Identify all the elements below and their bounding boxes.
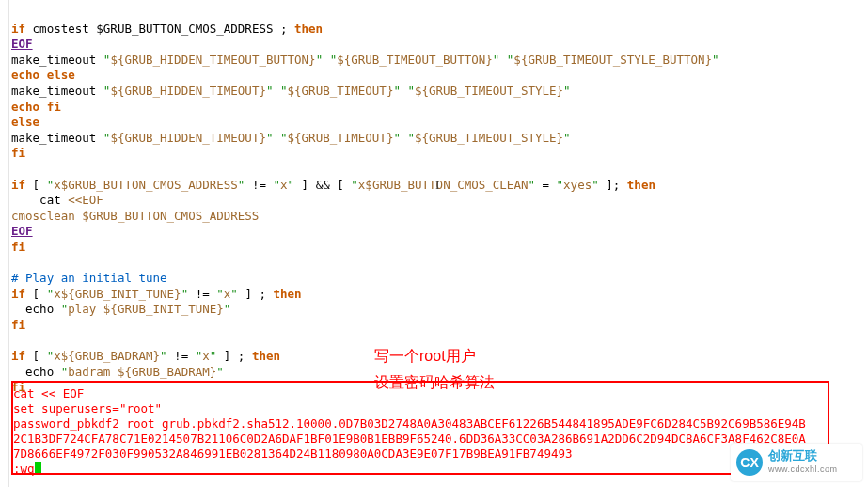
code-line: if [ "x${GRUB_INIT_TUNE}" != "x" ] ; the… [11, 287, 302, 301]
annotation-text: 写一个root用户 [374, 349, 476, 365]
code-line: echo "badram ${GRUB_BADRAM}" [11, 365, 224, 379]
annotation-text: 设置密码哈希算法 [374, 375, 495, 391]
comment-line: # Play an initial tune [11, 271, 167, 285]
code-line: fi [11, 240, 25, 254]
code-line: make_timeout "${GRUB_HIDDEN_TIMEOUT}" "$… [11, 84, 571, 98]
code-line: if [ "x${GRUB_BADRAM}" != "x" ] ; then [11, 349, 280, 363]
appended-line[interactable]: set superusers="root" [13, 401, 162, 417]
code-line: fi [11, 318, 25, 332]
kw-if: if [11, 287, 25, 301]
kw-then: then [274, 287, 302, 301]
vim-command-line[interactable]: :wq [13, 462, 41, 478]
logo-text-url: www.cdcxhl.com [768, 463, 838, 476]
logo-glyph: CX [736, 449, 763, 476]
heredoc-body: cmosclean $GRUB_BUTTON_CMOS_ADDRESS [11, 209, 259, 223]
kw-echo: echo [11, 100, 39, 114]
kw-fi: fi [11, 318, 25, 332]
code-line: fi [11, 146, 25, 160]
appended-line[interactable]: cat << EOF [13, 386, 84, 402]
appended-line[interactable]: password_pbkdf2 root grub.pbkdf2.sha512.… [13, 416, 826, 432]
kw-if: if [11, 349, 25, 363]
kw-fi: fi [47, 100, 61, 114]
line-gutter [0, 0, 9, 487]
blank-line [11, 256, 19, 270]
cursor-block [35, 462, 41, 475]
kw-echo: echo [11, 68, 39, 82]
heredoc-eof: EOF [11, 37, 33, 51]
code-editor-content[interactable]: if cmostest $GRUB_BUTTON_CMOS_ADDRESS ; … [11, 6, 719, 396]
code-line: EOF [11, 37, 33, 51]
kw-fi: fi [11, 240, 25, 254]
appended-line[interactable]: 7D8666EF4972F030F990532A846991EB0281364D… [13, 447, 573, 463]
kw-fi: fi [11, 146, 25, 160]
kw-if: if [11, 22, 25, 36]
code-line: make_timeout "${GRUB_HIDDEN_TIMEOUT_BUTT… [11, 53, 719, 67]
code-line: echo fi [11, 100, 61, 114]
watermark-logo: CX 创新互联 www.cdcxhl.com [731, 444, 862, 481]
code-line: if [ "x$GRUB_BUTTON_CMOS_ADDRESS" != "x"… [11, 178, 655, 192]
kw-if: if [11, 178, 25, 192]
code-line: echo "play ${GRUB_INIT_TUNE}" [11, 302, 230, 316]
code-line: echo else [11, 68, 75, 82]
appended-line[interactable]: 2C1B3DF724CFA78C71E0214507B21106C0D2A6DA… [13, 432, 826, 448]
kw-then: then [294, 22, 323, 36]
code-line: EOF [11, 224, 33, 238]
blank-line [11, 333, 19, 347]
code-line: make_timeout "${GRUB_HIDDEN_TIMEOUT}" "$… [11, 131, 571, 145]
blank-line [11, 162, 19, 176]
kw-then: then [252, 349, 280, 363]
kw-else: else [11, 115, 39, 129]
logo-text-cn: 创新互联 [768, 449, 838, 463]
heredoc-eof: EOF [11, 224, 33, 238]
kw-else: else [47, 68, 75, 82]
code-line: cat <<EOF [11, 193, 103, 207]
code-line: if cmostest $GRUB_BUTTON_CMOS_ADDRESS ; … [11, 22, 323, 36]
kw-then: then [627, 178, 655, 192]
code-line: else [11, 115, 39, 129]
text-cursor-ibeam: I [435, 178, 439, 194]
